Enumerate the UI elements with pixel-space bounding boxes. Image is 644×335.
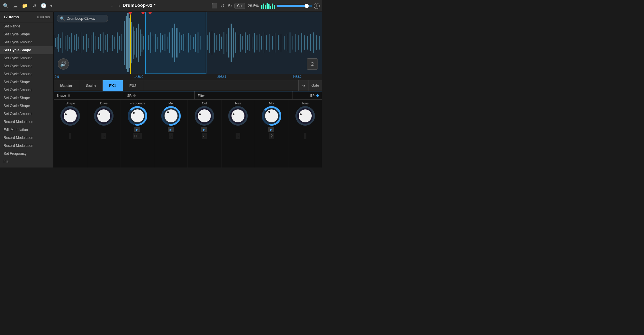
gate-button[interactable]: Gate (308, 80, 322, 91)
volume-slider[interactable] (277, 5, 312, 7)
svg-rect-71 (216, 35, 217, 50)
mod-row-5 (237, 127, 239, 132)
info-button[interactable]: i (314, 3, 320, 9)
svg-rect-81 (240, 34, 241, 52)
knob-2[interactable] (128, 106, 147, 126)
svg-rect-93 (269, 34, 270, 52)
speaker-button[interactable]: 🔊 (58, 58, 69, 70)
mini-bar-row-0 (68, 140, 72, 143)
mini-bar-row-4 (202, 140, 206, 143)
knob-svg-4 (195, 106, 214, 126)
knob-1[interactable] (94, 106, 114, 126)
svg-rect-70 (214, 33, 215, 52)
mini-bar-row-1 (102, 140, 106, 143)
sidebar-item-1[interactable]: Set Cycle Shape (0, 30, 53, 38)
knob-5[interactable] (228, 106, 248, 126)
section-shape-dot (68, 94, 70, 97)
svg-rect-23 (103, 32, 104, 53)
sidebar-item-9[interactable]: Set Cycle Shape (0, 94, 53, 102)
knob-label-6: Mix (269, 101, 274, 105)
sidebar-item-11[interactable]: Set Cycle Amount (0, 110, 53, 118)
knob-6[interactable] (262, 106, 281, 126)
sidebar-item-15[interactable]: Record Modulation (0, 142, 53, 150)
shape-icon-row-0 (69, 133, 71, 139)
folder-icon[interactable]: 📁 (21, 3, 28, 9)
sidebar-item-3[interactable]: Set Cycle Shape (0, 46, 53, 54)
marker-3: 4458.2 (293, 75, 302, 78)
sidebar-item-0[interactable]: Set Range (0, 22, 53, 30)
knob-label-7: Tone (302, 101, 309, 105)
tab-grain[interactable]: Grain (79, 80, 103, 91)
knob-0[interactable] (60, 106, 80, 126)
search-icon[interactable]: 🔍 (2, 3, 9, 9)
main-layout: 17 items 0.00 mb Set RangeSet Cycle Shap… (0, 12, 322, 168)
sidebar-item-7[interactable]: Set Cycle Shape (0, 78, 53, 86)
shape-icon-6: ? (270, 134, 273, 138)
dropdown-arrow[interactable]: ▼ (50, 4, 53, 8)
sidebar-item-12[interactable]: Record Modulation (0, 118, 53, 126)
sidebar-item-16[interactable]: Set Frequency (0, 150, 53, 158)
svg-rect-96 (278, 35, 279, 50)
redo-button[interactable]: ↻ (228, 3, 232, 9)
waveform-search-input[interactable] (67, 17, 105, 21)
back-nav-icon[interactable]: ‹ (109, 3, 116, 9)
svg-rect-9 (69, 37, 70, 49)
sidebar-item-14[interactable]: Record Modulation (0, 134, 53, 142)
sidebar-item-6[interactable]: Set Cycle Amount (0, 70, 53, 78)
loop-button[interactable]: ⊙ (307, 58, 318, 70)
knob-4[interactable] (195, 106, 214, 126)
svg-rect-74 (224, 32, 224, 54)
svg-rect-7 (65, 36, 65, 50)
svg-point-142 (231, 109, 244, 122)
sidebar-item-4[interactable]: Set Cycle Amount (0, 54, 53, 62)
sidebar-item-2[interactable]: Set Cycle Amount (0, 38, 53, 46)
skip-to-start-button[interactable]: ⏮ (298, 80, 308, 91)
play-mod-6[interactable]: ▶ (268, 127, 274, 132)
knob-7[interactable] (295, 106, 315, 126)
svg-rect-79 (235, 32, 236, 53)
svg-rect-107 (310, 34, 311, 51)
fx-sections: Shape SR Filter BP (54, 91, 322, 100)
svg-rect-75 (226, 34, 226, 52)
tab-bar: MasterGrainFX1FX2⏮Gate (54, 80, 322, 91)
play-mod-4[interactable]: ▶ (201, 127, 207, 132)
mod-row-2: ▶ (133, 127, 142, 132)
svg-rect-4 (58, 34, 59, 52)
level-meter (261, 3, 275, 9)
play-mod-2[interactable]: ▶ (134, 127, 140, 132)
forward-nav-icon[interactable]: › (116, 3, 123, 9)
svg-rect-95 (275, 33, 275, 52)
svg-rect-36 (131, 22, 132, 63)
sidebar-item-18[interactable]: Clear (0, 166, 53, 168)
svg-rect-17 (88, 38, 89, 48)
svg-rect-10 (71, 33, 72, 52)
tab-spacer (143, 80, 298, 91)
undo-history-icon[interactable]: ↺ (31, 3, 38, 9)
save-icon[interactable]: ⬛ (211, 3, 218, 9)
tab-fx1[interactable]: FX1 (103, 80, 123, 91)
tab-master[interactable]: Master (54, 80, 79, 91)
svg-rect-41 (140, 29, 141, 56)
svg-rect-78 (233, 28, 234, 58)
svg-rect-101 (293, 36, 293, 50)
sidebar-item-10[interactable]: Set Cycle Shape (0, 102, 53, 110)
sidebar-item-5[interactable]: Set Cycle Amount (0, 62, 53, 70)
waveform-search-icon: 🔍 (60, 16, 65, 21)
svg-rect-100 (290, 32, 290, 53)
undo-button[interactable]: ↺ (220, 3, 225, 9)
sidebar-item-8[interactable]: Set Cycle Amount (0, 86, 53, 94)
mod-row-7 (304, 127, 306, 132)
shape-icon-row-5: ~ (236, 133, 240, 139)
play-mod-3[interactable]: ▶ (168, 127, 174, 132)
tab-fx2[interactable]: FX2 (123, 80, 143, 91)
top-toolbar: 🔍 ☁ 📁 ↺ 🕐 ▼ ‹ › DrumLoop-02 * ⬛ ↺ ↻ Cut … (0, 0, 322, 12)
cloud-icon[interactable]: ☁ (12, 3, 19, 9)
svg-rect-37 (133, 27, 134, 59)
clock-icon[interactable]: 🕐 (40, 3, 47, 9)
document-title: DrumLoop-02 * (123, 3, 155, 9)
cut-button[interactable]: Cut (234, 3, 245, 9)
sidebar-item-13[interactable]: Edit Modulation (0, 126, 53, 134)
knob-3[interactable] (161, 106, 181, 126)
svg-rect-25 (107, 34, 108, 52)
sidebar-item-17[interactable]: Init (0, 158, 53, 166)
